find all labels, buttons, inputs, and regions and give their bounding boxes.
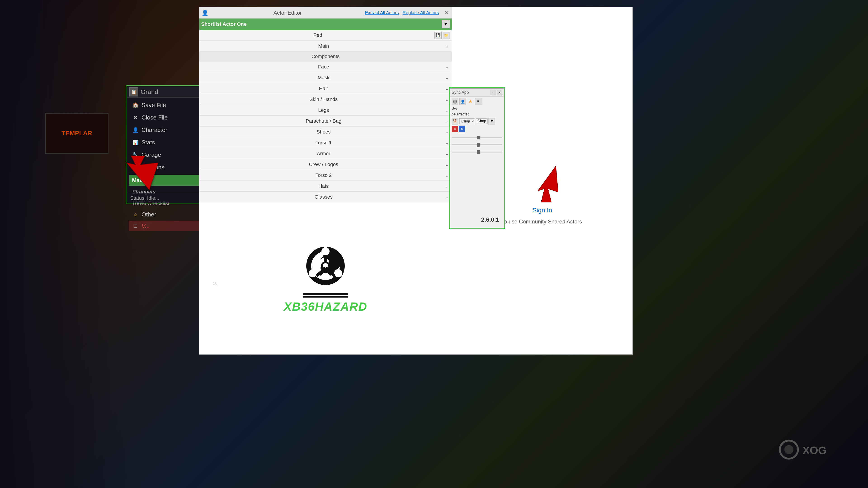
parachute-bag-label: Parachute / Bag <box>202 118 445 124</box>
torso1-row[interactable]: Torso 1 ⌄ <box>199 137 452 148</box>
chop-select[interactable]: Chop <box>459 119 475 124</box>
sync-slider-handle-3[interactable] <box>477 150 480 154</box>
sync-user-icon[interactable]: 👤 <box>459 98 466 105</box>
minimize-icon: − <box>492 91 494 94</box>
svg-rect-8 <box>303 296 348 297</box>
hats-row[interactable]: Hats ⌄ <box>199 181 452 192</box>
close-file-label: Close File <box>142 114 168 121</box>
other-star-icon: ☆ <box>132 212 139 218</box>
legs-row[interactable]: Legs ⌄ <box>199 105 452 116</box>
svg-point-4 <box>309 269 317 278</box>
actor-editor-icon: 👤 <box>202 10 209 16</box>
sync-slider-track-2[interactable] <box>452 144 502 145</box>
sync-star-glyph: ★ <box>468 98 473 104</box>
sync-percent-text: 0% <box>452 106 458 111</box>
sync-percent-row: 0% <box>452 106 502 111</box>
svg-text:XOG: XOG <box>802 445 827 456</box>
armor-label: Armor <box>202 151 445 157</box>
armor-row[interactable]: Armor ⌄ <box>199 148 452 159</box>
replace-all-button[interactable]: Replace All Actors <box>403 10 439 15</box>
templar-sign: TEMPLAR <box>45 113 108 154</box>
face-chevron-icon: ⌄ <box>445 64 449 70</box>
sync-effected-row: be effected <box>452 112 502 116</box>
parachute-bag-row[interactable]: Parachute / Bag ⌄ <box>199 116 452 127</box>
sync-slider-track-3[interactable] <box>452 152 502 153</box>
ped-icons: 💾 📁 <box>434 32 450 39</box>
mask-chevron-icon: ⌄ <box>445 75 449 80</box>
hair-chevron-icon: ⌄ <box>445 86 449 91</box>
signin-arrow-area: Sign In to use Community Shared Actors <box>503 7 582 354</box>
main-section-label: Main <box>202 43 445 49</box>
chop-value: Chop <box>476 119 488 124</box>
red-arrow-right <box>520 159 565 209</box>
biohazard-container: XB36HAZARD <box>284 236 367 313</box>
skin-chevron-icon: ⌄ <box>445 97 449 102</box>
xb36hazard-text: XB36HAZARD <box>284 300 367 313</box>
legs-label: Legs <box>202 107 445 113</box>
mask-row[interactable]: Mask ⌄ <box>199 72 452 83</box>
ae-logo-area: XB36HAZARD <box>199 202 452 354</box>
sync-slider-track-1[interactable] <box>452 137 502 138</box>
hats-chevron-icon: ⌄ <box>445 184 449 189</box>
sync-close-icon: ✕ <box>498 91 501 94</box>
svg-marker-0 <box>127 156 158 190</box>
sync-app-title: Sync App <box>452 90 490 95</box>
svg-rect-7 <box>303 293 348 295</box>
version-label: 2.6.0.1 <box>481 216 499 223</box>
sync-delete-button[interactable]: ✕ <box>452 126 458 132</box>
ped-row: Ped 💾 📁 <box>199 30 452 41</box>
glasses-row[interactable]: Glasses ⌄ <box>199 192 452 202</box>
extract-all-button[interactable]: Extract All Actors <box>365 10 399 15</box>
actor-editor-close-button[interactable]: ✕ <box>444 9 450 16</box>
sync-star-icon[interactable]: ★ <box>467 98 474 105</box>
parachute-chevron-icon: ⌄ <box>445 119 449 124</box>
main-section-row[interactable]: Main ⌄ <box>199 41 452 52</box>
save-icon: 🏠 <box>132 102 139 108</box>
torso2-row[interactable]: Torso 2 ⌄ <box>199 170 452 181</box>
actor-editor-titlebar: 👤 Actor Editor Extract All Actors Replac… <box>199 7 452 19</box>
skin-hands-row[interactable]: Skin / Hands ⌄ <box>199 94 452 105</box>
chop-row: 🐕 Chop Chop ▼ <box>452 118 502 125</box>
face-row[interactable]: Face ⌄ <box>199 61 452 72</box>
sync-action-buttons: ✕ ↻ <box>452 126 502 132</box>
legs-chevron-icon: ⌄ <box>445 107 449 113</box>
sync-icon-row: 🔘 👤 ★ ▼ <box>452 98 502 105</box>
sync-close-button[interactable]: ✕ <box>497 90 502 95</box>
actor-editor-title: Actor Editor <box>210 10 365 16</box>
red-arrow-left <box>108 154 158 199</box>
svg-marker-9 <box>538 166 558 202</box>
sync-minimize-button[interactable]: − <box>490 90 495 95</box>
sync-chevron-icon[interactable]: ▼ <box>475 98 482 105</box>
shortlist-dropdown-button[interactable]: ▼ <box>442 20 450 28</box>
bg-left-overlay <box>0 0 181 488</box>
sync-refresh-button[interactable]: ↻ <box>459 126 465 132</box>
shoes-chevron-icon: ⌄ <box>445 129 449 135</box>
actor-editor-panel: 👤 Actor Editor Extract All Actors Replac… <box>199 7 452 355</box>
logo-bottom-right: XOG <box>773 429 841 470</box>
stats-label: Stats <box>142 139 155 146</box>
ped-folder-icon-button[interactable]: 📁 <box>442 32 450 39</box>
signin-link[interactable]: Sign In <box>532 207 552 214</box>
hair-label: Hair <box>202 86 445 92</box>
unknown-label: V... <box>142 223 150 230</box>
torso2-label: Torso 2 <box>202 172 445 178</box>
glasses-chevron-icon: ⌄ <box>445 194 449 200</box>
sync-slider-handle-1[interactable] <box>477 136 480 139</box>
red-arrow-left-container <box>108 154 158 200</box>
close-file-icon: ✖ <box>132 115 139 121</box>
shoes-row[interactable]: Shoes ⌄ <box>199 127 452 137</box>
sync-slider-handle-2[interactable] <box>477 143 480 147</box>
hair-row[interactable]: Hair ⌄ <box>199 83 452 94</box>
chop-dropdown-icon[interactable]: ▼ <box>489 118 495 125</box>
shoes-label: Shoes <box>202 129 445 135</box>
ped-save-icon-button[interactable]: 💾 <box>434 32 442 39</box>
mask-label: Mask <box>202 75 445 80</box>
sync-button-icon[interactable]: 🔘 <box>452 98 458 105</box>
sync-app-panel: Sync App − ✕ 🔘 👤 ★ ▼ 0% be effected 🐕 <box>450 88 504 228</box>
sync-slider-3 <box>452 149 502 155</box>
skin-hands-label: Skin / Hands <box>202 96 445 102</box>
shortlist-row: Shortlist Actor One ▼ <box>199 19 452 30</box>
components-label: Components <box>311 54 340 59</box>
crew-logos-row[interactable]: Crew / Logos ⌄ <box>199 159 452 170</box>
left-panel-title: Grand <box>141 88 158 96</box>
